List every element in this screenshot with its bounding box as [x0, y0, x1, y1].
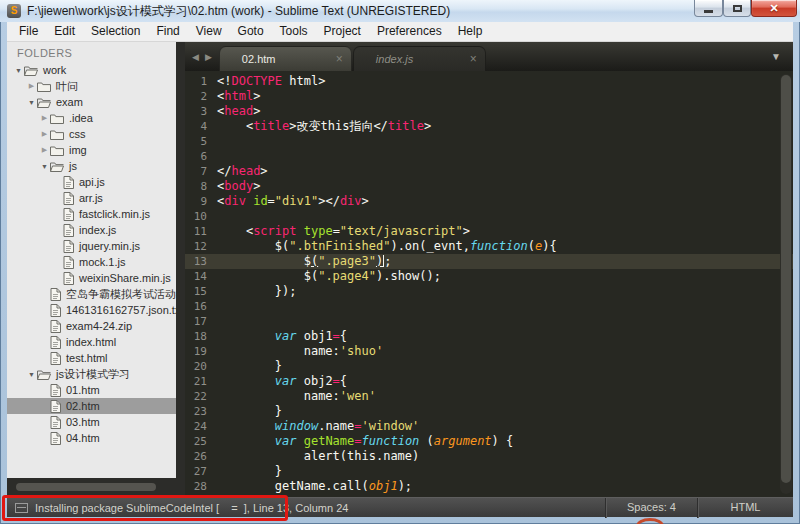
sidebar-scrollbar-thumb[interactable] — [16, 483, 156, 491]
editor-vertical-scrollbar[interactable] — [780, 74, 792, 494]
tree-collapsed-icon[interactable]: ▶ — [39, 146, 50, 154]
code-line-28[interactable]: 28 getName.call(obj1); — [185, 479, 793, 494]
code-line-25[interactable]: 25 var getName=function (argument) { — [185, 434, 793, 449]
tree-item-index-html[interactable]: index.html — [7, 334, 176, 350]
code-token: } — [217, 404, 282, 418]
menu-item-help[interactable]: Help — [450, 22, 491, 41]
code-token: ; — [384, 254, 391, 268]
menu-item-goto[interactable]: Goto — [230, 22, 272, 41]
menu-item-view[interactable]: View — [188, 22, 230, 41]
code-line-4[interactable]: 4 <title>改变this指向</title> — [185, 119, 793, 134]
tree-collapsed-icon[interactable]: ▶ — [26, 82, 37, 90]
tree-item-04-htm[interactable]: 04.htm — [7, 430, 176, 446]
code-line-24[interactable]: 24 window.name='window' — [185, 419, 793, 434]
code-line-2[interactable]: 2<html> — [185, 89, 793, 104]
menu-item-edit[interactable]: Edit — [46, 22, 83, 41]
menu-item-selection[interactable]: Selection — [83, 22, 148, 41]
tree-item-js[interactable]: ▼js设计模式学习 — [7, 366, 176, 382]
tree-item-exam[interactable]: ▼exam — [7, 94, 176, 110]
tree-expanded-icon[interactable]: ▼ — [39, 163, 50, 170]
code-line-12[interactable]: 12 $(".btnFinished").on(_evnt,function(e… — [185, 239, 793, 254]
tree-item-jquery-min-js[interactable]: jquery.min.js — [7, 238, 176, 254]
menu-item-project[interactable]: Project — [316, 22, 369, 41]
code-token: ".page4" — [318, 269, 376, 283]
code-line-20[interactable]: 20 } — [185, 359, 793, 374]
tab-index-js[interactable]: index.js× — [353, 46, 486, 71]
panel-toggle-icon[interactable] — [15, 503, 28, 513]
tree-item-item[interactable]: 空岛争霸模拟考试活动接口 — [7, 286, 176, 302]
tree-item-work[interactable]: ▼work — [7, 62, 176, 78]
tab-overflow-icon[interactable]: ▼ — [771, 51, 781, 62]
status-spaces-4[interactable]: Spaces: 4 — [605, 498, 697, 518]
code-line-5[interactable]: 5 — [185, 134, 793, 149]
maximize-button[interactable] — [723, 0, 751, 17]
titlebar[interactable]: S F:\jiewen\work\js设计模式学习\02.htm (work) … — [0, 0, 800, 22]
editor-scrollbar-thumb[interactable] — [781, 75, 791, 483]
code-line-11[interactable]: 11 <script type="text/javascript"> — [185, 224, 793, 239]
close-button[interactable]: ✕ — [751, 0, 797, 17]
folder-tree: FOLDERS ▼work▶叶问▼exam▶.idea▶css▶img▼jsap… — [7, 42, 176, 478]
tree-item-01-htm[interactable]: 01.htm — [7, 382, 176, 398]
tree-expanded-icon[interactable]: ▼ — [26, 371, 37, 378]
code-content: var obj1={ — [217, 329, 793, 344]
sidebar-vertical-scrollbar[interactable] — [176, 42, 185, 497]
code-line-18[interactable]: 18 var obj1={ — [185, 329, 793, 344]
code-line-22[interactable]: 22 name:'wen' — [185, 389, 793, 404]
code-line-8[interactable]: 8<body> — [185, 179, 793, 194]
tree-item-1461316162757-json-txt[interactable]: 1461316162757.json.txt — [7, 302, 176, 318]
code-line-23[interactable]: 23 } — [185, 404, 793, 419]
code-line-16[interactable]: 16 — [185, 299, 793, 314]
code-line-6[interactable]: 6 — [185, 149, 793, 164]
tab-close-icon[interactable]: × — [336, 54, 343, 64]
folder-icon — [50, 129, 64, 140]
tree-expanded-icon[interactable]: ▼ — [13, 67, 24, 74]
tree-item-idea[interactable]: ▶.idea — [7, 110, 176, 126]
code-line-26[interactable]: 26 alert(this.name) — [185, 449, 793, 464]
tree-item-item[interactable]: ▶叶问 — [7, 78, 176, 94]
code-line-19[interactable]: 19 name:'shuo' — [185, 344, 793, 359]
line-number: 8 — [185, 179, 217, 194]
tree-item-img[interactable]: ▶img — [7, 142, 176, 158]
code-line-3[interactable]: 3<head> — [185, 104, 793, 119]
code-line-14[interactable]: 14 $(".page4").show(); — [185, 269, 793, 284]
tree-item-exam4-24-zip[interactable]: exam4-24.zip — [7, 318, 176, 334]
code-line-7[interactable]: 7</head> — [185, 164, 793, 179]
code-line-10[interactable]: 10 — [185, 209, 793, 224]
line-number: 22 — [185, 389, 217, 404]
file-icon — [63, 176, 74, 189]
line-number: 10 — [185, 209, 217, 224]
code-line-15[interactable]: 15 }); — [185, 284, 793, 299]
tree-item-mock-1-js[interactable]: mock.1.js — [7, 254, 176, 270]
menu-item-tools[interactable]: Tools — [272, 22, 316, 41]
menu-item-find[interactable]: Find — [148, 22, 187, 41]
code-line-27[interactable]: 27 } — [185, 464, 793, 479]
tree-expanded-icon[interactable]: ▼ — [26, 99, 37, 106]
tab-close-icon[interactable]: × — [470, 54, 477, 64]
tree-item-arr-js[interactable]: arr.js — [7, 190, 176, 206]
tree-item-index-js[interactable]: index.js — [7, 222, 176, 238]
tree-item-03-htm[interactable]: 03.htm — [7, 414, 176, 430]
code-line-9[interactable]: 9<div id="div1"></div> — [185, 194, 793, 209]
menu-item-file[interactable]: File — [11, 22, 46, 41]
code-line-21[interactable]: 21 var obj2={ — [185, 374, 793, 389]
code-editor[interactable]: 1<!DOCTYPE html>2<html>3<head>4 <title>改… — [185, 71, 793, 497]
tree-collapsed-icon[interactable]: ▶ — [39, 130, 50, 138]
tree-item-css[interactable]: ▶css — [7, 126, 176, 142]
tab-scroll-right-icon[interactable]: ▶ — [202, 52, 215, 62]
tree-item-js[interactable]: ▼js — [7, 158, 176, 174]
minimize-button[interactable] — [694, 0, 723, 17]
tab-02-htm[interactable]: 02.htm× — [219, 46, 352, 71]
tree-item-weixinshare-min-js[interactable]: weixinShare.min.js — [7, 270, 176, 286]
code-line-1[interactable]: 1<!DOCTYPE html> — [185, 74, 793, 89]
tab-scroll-left-icon[interactable]: ◀ — [189, 52, 202, 62]
code-line-13[interactable]: 13 $(".page3"); — [185, 254, 793, 269]
sidebar-horizontal-scrollbar[interactable] — [7, 478, 185, 497]
tree-collapsed-icon[interactable]: ▶ — [39, 114, 50, 122]
tree-item-02-htm[interactable]: 02.htm — [7, 398, 176, 414]
menu-item-preferences[interactable]: Preferences — [369, 22, 450, 41]
code-line-17[interactable]: 17 — [185, 314, 793, 329]
tree-item-fastclick-min-js[interactable]: fastclick.min.js — [7, 206, 176, 222]
tree-item-test-html[interactable]: test.html — [7, 350, 176, 366]
tree-item-api-js[interactable]: api.js — [7, 174, 176, 190]
status-html[interactable]: HTML — [697, 498, 793, 518]
